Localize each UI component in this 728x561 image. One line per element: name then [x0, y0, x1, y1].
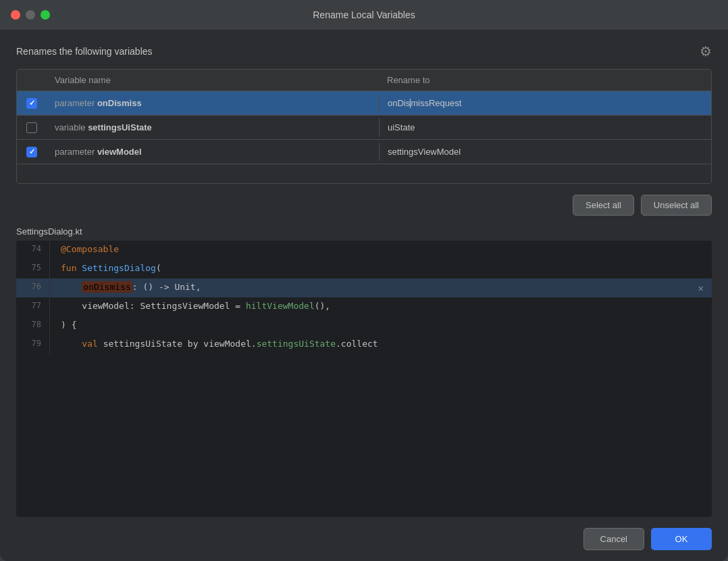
state-var: settingsUiState: [103, 339, 182, 349]
var-name-1: onDismiss: [97, 98, 142, 108]
rename-cell-1: onDismissRequest: [379, 94, 711, 113]
checkbox-3[interactable]: [26, 147, 37, 157]
type-settings: SettingsViewModel: [140, 301, 230, 311]
var-type-1: parameter: [55, 98, 97, 108]
kw-fun: fun: [61, 263, 82, 273]
punct-paren: (),: [315, 301, 330, 311]
ok-button[interactable]: OK: [651, 528, 712, 550]
variable-name-header: Variable name: [47, 70, 379, 91]
window-controls: [11, 10, 50, 20]
punct-dot: .: [251, 339, 257, 349]
annotation: @Composable: [61, 244, 119, 254]
line-number-79: 79: [16, 335, 50, 354]
var-name-2: settingsUiState: [88, 122, 152, 132]
vm-ref: viewModel: [203, 339, 251, 349]
punct-colon: : () -> Unit,: [132, 282, 201, 292]
unselect-all-button[interactable]: Unselect all: [641, 195, 712, 216]
title-bar: Rename Local Variables: [0, 0, 728, 30]
minimize-button[interactable]: [26, 10, 35, 20]
var-type-3: parameter: [55, 147, 97, 157]
select-all-button[interactable]: Select all: [573, 195, 634, 216]
checkbox-2[interactable]: [26, 122, 37, 133]
line-content-77: viewModel: SettingsViewModel = hiltViewM…: [50, 297, 712, 316]
code-line-76: 76 onDismiss: () -> Unit, ✕: [16, 278, 712, 297]
line-content-74: @Composable: [50, 241, 712, 260]
punct-77: :: [130, 301, 140, 311]
rename-value-3: settingsViewModel: [388, 147, 461, 157]
code-line-74: 74 @Composable: [16, 241, 712, 260]
code-filename: SettingsDialog.kt: [16, 226, 712, 237]
code-line-75: 75 fun SettingsDialog(: [16, 260, 712, 278]
rename-value-1b: missRequest: [411, 98, 461, 108]
fn-name: SettingsDialog: [82, 263, 156, 273]
code-line-78: 78 ) {: [16, 316, 712, 335]
punct: (: [156, 263, 161, 273]
checkbox-header-cell: [17, 70, 47, 91]
line-content-76: onDismiss: () -> Unit,: [50, 278, 712, 297]
close-highlight-icon[interactable]: ✕: [698, 283, 704, 293]
var-cell-3: parameter viewModel: [47, 143, 379, 161]
table-row: parameter onDismiss onDismissRequest: [17, 91, 711, 116]
line-content-79: val settingsUiState by viewModel.setting…: [50, 335, 712, 354]
line-number-78: 78: [16, 316, 50, 335]
checkbox-cell-3: [17, 147, 47, 157]
rename-cell-3: settingsViewModel: [379, 143, 711, 161]
code-section: SettingsDialog.kt 74 @Composable 75 fun …: [16, 226, 712, 517]
param-viewmodel: viewModel: [82, 301, 129, 311]
rename-cell-2: uiState: [379, 118, 711, 137]
checkbox-cell-1: [17, 98, 47, 109]
dialog-content: Renames the following variables ⚙ Variab…: [0, 30, 728, 517]
action-row: Cancel OK: [0, 517, 728, 561]
collect-chain: settingsUiState: [257, 339, 336, 349]
line-number-76: 76: [16, 278, 50, 297]
checkbox-1[interactable]: [26, 98, 37, 109]
kw-val: val: [82, 339, 103, 349]
rename-value-1: onDis: [388, 98, 410, 108]
var-cell-1: parameter onDismiss: [47, 94, 379, 112]
dialog-title: Rename Local Variables: [313, 9, 415, 20]
close-button[interactable]: [11, 10, 20, 20]
section-header: Renames the following variables ⚙: [16, 43, 712, 59]
code-line-79: 79 val settingsUiState by viewModel.sett…: [16, 335, 712, 354]
line-number-75: 75: [16, 260, 50, 278]
line-content-75: fun SettingsDialog(: [50, 260, 712, 278]
highlight-param: onDismiss: [82, 281, 132, 293]
variables-table: Variable name Rename to parameter onDism…: [16, 69, 712, 184]
punct-by: by: [182, 339, 203, 349]
table-row: parameter viewModel settingsViewModel: [17, 140, 711, 164]
line-number-74: 74: [16, 241, 50, 260]
var-cell-2: variable settingsUiState: [47, 118, 379, 137]
maximize-button[interactable]: [41, 10, 50, 20]
line-number-77: 77: [16, 297, 50, 316]
selection-button-row: Select all Unselect all: [16, 195, 712, 216]
var-name-3: viewModel: [97, 147, 142, 157]
line-content-78: ) {: [50, 316, 712, 335]
table-header-row: Variable name Rename to: [17, 70, 711, 91]
checkbox-cell-2: [17, 122, 47, 133]
cancel-button[interactable]: Cancel: [583, 528, 644, 550]
gear-icon[interactable]: ⚙: [700, 43, 712, 59]
rename-to-header: Rename to: [379, 70, 711, 91]
punct-eq: =: [230, 301, 245, 311]
hilt-fn: hiltViewModel: [246, 301, 315, 311]
punct-collect: .collect: [336, 339, 378, 349]
var-type-2: variable: [55, 122, 88, 132]
rename-dialog: Rename Local Variables Renames the follo…: [0, 0, 728, 561]
code-block: 74 @Composable 75 fun SettingsDialog( 76…: [16, 241, 712, 517]
punct-78: ) {: [61, 320, 76, 330]
table-row: variable settingsUiState uiState: [17, 116, 711, 140]
table-row-empty: [17, 164, 711, 183]
rename-value-2: uiState: [388, 122, 415, 132]
section-title: Renames the following variables: [16, 46, 153, 57]
code-line-77: 77 viewModel: SettingsViewModel = hiltVi…: [16, 297, 712, 316]
